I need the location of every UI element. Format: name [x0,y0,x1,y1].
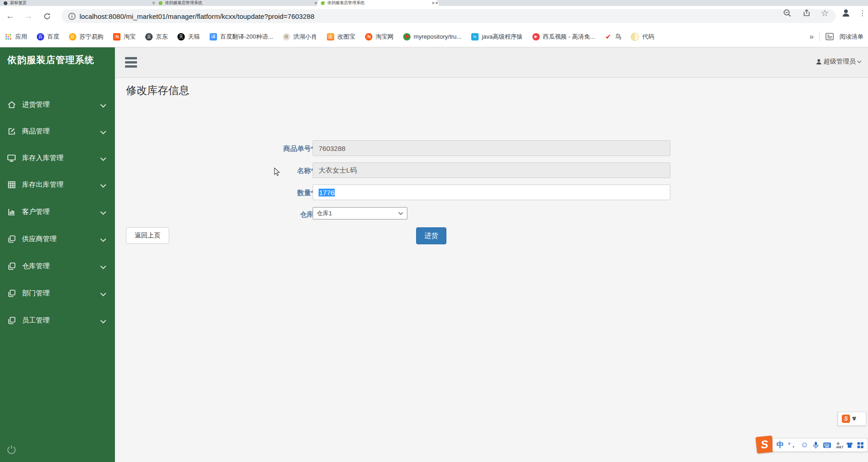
taobao-icon: 淘 [365,33,372,40]
share-icon[interactable] [801,7,812,18]
bookmark-suning[interactable]: 苏 苏宁易购 [69,33,103,41]
user-menu[interactable]: 超级管理员 [816,58,862,66]
tab-system-1[interactable]: 依韵服装店管理系统 ✕ [155,0,321,6]
bookmark-myrepository[interactable]: myrepository/tru... [403,33,462,40]
sidebar-item-label: 进货管理 [22,100,50,109]
clone-icon [7,316,16,325]
tab-strip: 新标签页 ✕ 依韵服装店管理系统 ✕ 依韵服装店管理系统 ✕ + [0,0,868,6]
sidebar-item-department[interactable]: 部门管理 [0,286,115,300]
zoom-icon[interactable] [782,7,793,18]
new-tab-button[interactable]: + [433,0,440,6]
forward-icon[interactable]: → [22,10,35,23]
bookmark-xigua-video[interactable]: ▶ 西瓜视频 - 高清免... [532,33,595,41]
bookmark-baidu[interactable]: 百 百度 [37,33,59,41]
tab-favicon [159,1,162,5]
bookmark-gaitubao[interactable]: 改 改图宝 [327,33,355,41]
page-info-icon[interactable] [68,12,76,20]
sidebar-item-employee[interactable]: 员工管理 [0,313,115,327]
name-value: 大衣女士L码 [319,166,357,175]
sidebar-item-warehouse[interactable]: 仓库管理 [0,259,115,273]
bookmark-label: 应用 [15,33,27,41]
bookmark-java-bilibili[interactable]: tv java高级程序猿 [471,33,523,41]
reload-glyph [43,12,51,20]
profile-avatar[interactable] [840,7,851,18]
ime-mini-widget[interactable]: S [838,412,866,426]
reading-list-label[interactable]: 阅读清单 [839,33,863,41]
sidebar-item-stock-out[interactable]: 库存出库管理 [0,178,115,191]
bookmark-tmall[interactable]: 天 天猫 [177,33,200,41]
sidebar-item-stock-in[interactable]: 库存入库管理 [0,151,115,165]
bookmarks-right-group: » 阅读清单 [810,32,863,41]
chevron-down-icon [100,263,106,271]
ime-menu-grid-icon[interactable] [857,442,863,448]
ime-emoji-icon[interactable]: ☺ [800,440,808,450]
tab-new-tab[interactable]: 新标签页 ✕ [0,0,159,6]
sogou-logo-icon[interactable]: S [755,435,774,454]
address-bar[interactable]: localhost:8080/mi_market01/manager/flatf… [62,9,836,23]
ime-chinese-mode-icon[interactable]: 中 [777,440,784,450]
warehouse-select[interactable]: 仓库1 [313,207,407,219]
chevron-down-icon [100,128,106,137]
sogou-logo-icon: S [842,415,850,423]
name-label: 名称* [221,167,314,175]
bookmark-label: myrepository/tru... [414,33,462,40]
sidebar-item-label: 员工管理 [22,316,50,325]
quantity-input[interactable]: 1776 [313,185,670,200]
bookmark-taobao-wang[interactable]: 淘 淘宝网 [365,33,394,41]
url-text[interactable]: localhost:8080/mi_market01/manager/flatf… [80,12,314,20]
product-id-field: 7603288 [313,140,670,156]
clone-icon [7,261,16,271]
browser-toolbar: ← → localhost:8080/mi_market01/manager/f… [0,6,868,26]
share-glyph [802,9,811,17]
avatar-icon: 肖 [283,33,290,40]
reading-list-icon[interactable] [825,32,834,41]
bookmark-honghuxiaoxiao[interactable]: 肖 洪湖小肖 [283,33,317,41]
ime-mic-icon[interactable] [813,441,819,449]
sidebar-item-label: 库存入库管理 [22,154,63,162]
tmall-icon: 天 [177,33,185,40]
bookmark-niao[interactable]: ✔ 鸟 [605,33,621,41]
power-icon[interactable] [6,444,17,457]
tab-system-2-active[interactable]: 依韵服装店管理系统 ✕ [317,0,439,6]
table-icon [7,180,16,189]
ime-toolbar: S 中 °， ☺ 17 [756,436,868,453]
quantity-value-selected: 1776 [319,189,335,196]
chevron-down-icon [100,209,106,217]
purchase-submit-button[interactable]: 进货 [416,227,446,244]
ime-mini-toggle-icon[interactable] [852,417,856,421]
chevron-down-icon [100,182,106,190]
bookmark-star-icon[interactable]: ☆ [819,7,830,18]
bookmark-daima[interactable]: 代码 [631,33,654,41]
back-icon[interactable]: ← [4,10,17,23]
bookmark-label: 天猫 [188,33,200,41]
bookmark-jd[interactable]: 京 京东 [145,33,168,41]
content-area: 修改库存信息 商品单号* 7603288 名称* 大衣女士L码 数量* 1776… [115,78,868,462]
sidebar-item-label: 仓库管理 [22,262,50,271]
ime-user-icon[interactable]: 17 [835,442,842,449]
bar-chart-icon [7,207,16,216]
bookmark-taobao[interactable]: 淘 淘宝 [113,33,136,41]
ime-keyboard-icon[interactable] [823,442,831,448]
jd-icon: 京 [145,33,153,40]
tab-favicon [321,1,325,5]
sidebar-item-supplier[interactable]: 供应商管理 [0,232,115,246]
ime-punctuation-icon[interactable]: °， [788,441,796,449]
sidebar-item-product[interactable]: 商品管理 [0,124,115,138]
chevron-down-icon [100,155,106,163]
quantity-label: 数量* [221,189,314,197]
back-page-button[interactable]: 返回上页 [126,227,169,244]
bookmarks-overflow-chevron[interactable]: » [810,32,814,41]
bookmark-apps[interactable]: 应用 [5,33,27,41]
ime-skin-icon[interactable] [846,442,853,448]
sidebar-item-purchase[interactable]: 进货管理 [0,98,115,111]
bookmark-label: 百度翻译-200种语... [220,33,273,41]
magnifier-minus-glyph [783,9,792,17]
menu-dots-icon[interactable]: ⋮ [857,7,868,18]
bookmark-label: 苏宁易购 [80,33,103,41]
desktop-icon [7,153,16,162]
bookmark-baidu-translate[interactable]: 译 百度翻译-200种语... [210,33,273,41]
hamburger-menu-icon[interactable] [125,57,137,68]
sidebar-item-customer[interactable]: 客户管理 [0,205,115,219]
xigua-icon: ▶ [532,33,540,40]
reload-icon[interactable] [40,10,53,23]
